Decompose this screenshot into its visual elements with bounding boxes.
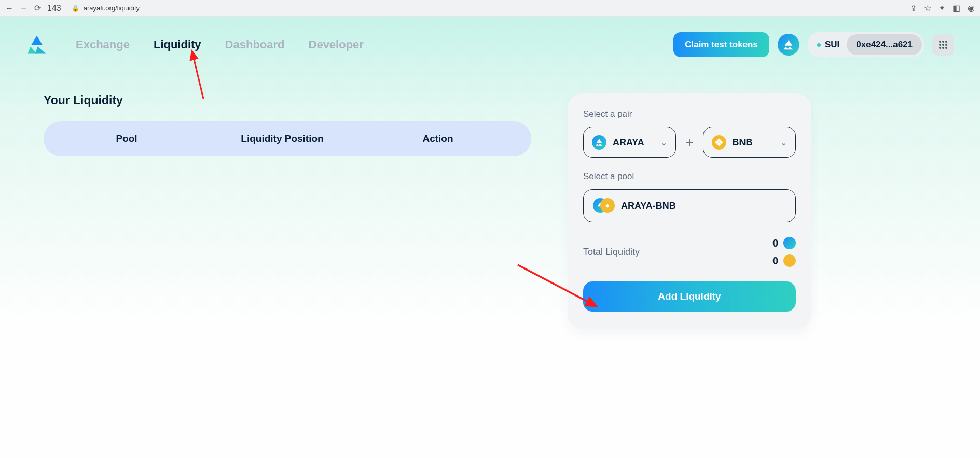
add-liquidity-panel: Select a pair ARAYA ⌄ + BNB ⌄: [568, 93, 811, 329]
status-dot-icon: [817, 43, 821, 47]
back-icon[interactable]: ←: [5, 4, 13, 13]
token-logo-icon[interactable]: [778, 34, 799, 56]
liquidity-table-header: Pool Liquidity Position Action: [44, 121, 531, 156]
nav-dashboard[interactable]: Dashboard: [225, 38, 285, 51]
app-menu-button[interactable]: [932, 34, 954, 56]
svg-point-8: [945, 41, 947, 43]
svg-point-6: [939, 41, 941, 43]
svg-point-9: [939, 44, 941, 46]
svg-marker-17: [599, 144, 603, 146]
bnb-token-icon: [783, 254, 796, 267]
svg-point-12: [939, 47, 941, 49]
col-position: Liquidity Position: [215, 133, 350, 144]
reload-icon[interactable]: ⟳: [34, 3, 41, 13]
svg-marker-3: [785, 40, 793, 46]
token-b-selector[interactable]: BNB ⌄: [703, 127, 796, 158]
token-b-name: BNB: [733, 137, 753, 148]
col-pool: Pool: [85, 133, 168, 144]
svg-marker-2: [35, 47, 46, 54]
lock-icon: 🔒: [72, 5, 79, 12]
araya-token-icon: [592, 135, 606, 150]
svg-marker-15: [597, 139, 602, 143]
chevron-down-icon: ⌄: [660, 138, 667, 147]
col-action: Action: [396, 133, 479, 144]
svg-point-10: [942, 44, 944, 46]
claim-tokens-button[interactable]: Claim test tokens: [673, 32, 769, 57]
extensions-icon[interactable]: ✦: [938, 3, 945, 13]
plus-icon: +: [685, 134, 693, 151]
svg-line-24: [192, 51, 203, 99]
url-text: arayafi.org/liquidity: [84, 4, 140, 12]
main-nav: Exchange Liquidity Dashboard Developer: [76, 38, 364, 51]
star-icon[interactable]: ☆: [924, 3, 931, 13]
sidepanel-icon[interactable]: ◧: [953, 3, 960, 13]
share-icon[interactable]: ⇪: [910, 3, 917, 13]
bnb-token-icon: [712, 135, 726, 150]
nav-exchange[interactable]: Exchange: [76, 38, 130, 51]
your-liquidity-heading: Your Liquidity: [44, 93, 531, 107]
forward-icon: →: [20, 4, 28, 13]
pool-name: ARAYA-BNB: [621, 200, 676, 211]
total-liquidity-label: Total Liquidity: [583, 247, 640, 258]
tab-count: 143: [47, 4, 61, 13]
select-pair-label: Select a pair: [583, 109, 796, 119]
profile-icon[interactable]: ◉: [968, 3, 975, 13]
network-label: SUI: [817, 39, 839, 50]
nav-liquidity[interactable]: Liquidity: [154, 38, 201, 51]
site-logo[interactable]: [26, 34, 48, 56]
address-bar[interactable]: 🔒 arayafi.org/liquidity: [72, 4, 140, 12]
pool-selector[interactable]: ARAYA-BNB: [583, 189, 796, 222]
token-a-selector[interactable]: ARAYA ⌄: [583, 127, 676, 158]
total-liquidity-b: 0: [772, 254, 796, 267]
svg-marker-0: [32, 36, 43, 45]
svg-point-13: [942, 47, 944, 49]
svg-marker-5: [788, 47, 793, 50]
wallet-chip[interactable]: SUI 0xe424...a621: [808, 32, 924, 57]
chevron-down-icon: ⌄: [780, 138, 787, 147]
svg-point-7: [942, 41, 944, 43]
svg-marker-16: [596, 144, 599, 146]
total-liquidity-a: 0: [772, 237, 796, 249]
pool-pair-icon: [593, 198, 614, 213]
wallet-address[interactable]: 0xe424...a621: [847, 34, 922, 55]
svg-rect-23: [605, 204, 610, 208]
nav-developer[interactable]: Developer: [309, 38, 364, 51]
add-liquidity-button[interactable]: Add Liquidity: [583, 281, 796, 312]
araya-token-icon: [783, 237, 796, 249]
token-a-name: ARAYA: [613, 137, 644, 148]
svg-marker-4: [784, 47, 789, 50]
browser-chrome: ← → ⟳ 143 🔒 arayafi.org/liquidity ⇪ ☆ ✦ …: [0, 0, 980, 17]
svg-point-14: [945, 47, 947, 49]
svg-point-11: [945, 44, 947, 46]
select-pool-label: Select a pool: [583, 171, 796, 182]
